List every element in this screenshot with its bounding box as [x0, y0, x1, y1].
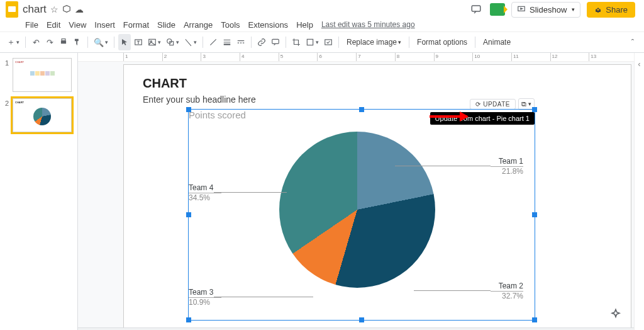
comments-icon[interactable] [469, 2, 484, 17]
svg-rect-1 [8, 6, 16, 12]
slide-subtitle[interactable]: Enter your sub headline here [143, 94, 612, 105]
label-team-1: Team 121.8% [491, 157, 523, 176]
image-tool[interactable]: ▾ [146, 34, 163, 50]
share-button[interactable]: Share [587, 2, 635, 18]
border-color-button[interactable] [207, 34, 219, 50]
slide-title[interactable]: CHART [143, 76, 612, 91]
select-tool[interactable] [118, 34, 131, 50]
title-bar: chart ☆ ☁ Slideshow ▾ Share [0, 0, 644, 18]
slide[interactable]: CHART Enter your sub headline here ⟳ UPD… [123, 64, 631, 330]
link-icon: ⧉ [521, 100, 526, 108]
refresh-icon: ⟳ [475, 101, 481, 108]
menu-arrange[interactable]: Arrange [184, 20, 213, 30]
chevron-down-icon: ▾ [572, 6, 575, 13]
pie-area: Team 121.8% Team 232.7% Team 310.9% Team… [189, 123, 535, 319]
shape-tool[interactable]: ▾ [164, 34, 181, 50]
menu-bar: File Edit View Insert Format Slide Arran… [0, 18, 644, 31]
border-dash-button[interactable] [235, 34, 247, 50]
move-icon[interactable] [62, 4, 71, 14]
canvas-area[interactable]: 123 456 789 101112 13 CHART Enter your s… [78, 53, 634, 330]
format-options-button[interactable]: Format options [413, 34, 471, 50]
slide-thumbnail-2[interactable]: CHART [13, 98, 72, 132]
explore-button[interactable] [606, 305, 625, 324]
print-button[interactable] [57, 34, 70, 50]
film-strip[interactable]: 1 CHART 2 CHART [0, 53, 78, 330]
side-rail-chevron-icon[interactable]: ‹ [638, 59, 640, 69]
annotation-arrow [430, 115, 467, 118]
menu-insert[interactable]: Insert [94, 20, 115, 30]
horizontal-ruler: 123 456 789 101112 13 [78, 53, 634, 62]
slideshow-button[interactable]: Slideshow ▾ [511, 2, 580, 18]
slides-logo-icon[interactable] [5, 3, 19, 16]
label-team-2: Team 232.7% [491, 282, 523, 301]
last-edit-text[interactable]: Last edit was 5 minutes ago [321, 20, 415, 29]
label-team-3: Team 310.9% [189, 288, 221, 307]
slide-thumbnail-1[interactable]: CHART [13, 58, 72, 92]
menu-file[interactable]: File [25, 20, 38, 30]
embedded-chart[interactable]: ⟳ UPDATE ⧉ ▾ Update from chart - Pie cha… [188, 109, 535, 321]
toolbar: ＋▾ ↶ ↷ 🔍▾ ▾ ▾ ＼▾ ▾ Replace image▾ Format… [0, 31, 644, 53]
star-icon[interactable]: ☆ [50, 4, 58, 14]
mask-button[interactable]: ▾ [304, 34, 321, 50]
paint-format-button[interactable] [71, 34, 84, 50]
zoom-button[interactable]: 🔍▾ [92, 34, 110, 50]
reset-image-button[interactable] [322, 34, 335, 50]
menu-view[interactable]: View [69, 20, 86, 30]
link-button[interactable] [255, 34, 268, 50]
document-title[interactable]: chart [23, 3, 47, 16]
svg-rect-5 [597, 9, 599, 11]
svg-rect-6 [61, 41, 66, 44]
label-team-4: Team 434.5% [189, 183, 221, 203]
svg-rect-2 [472, 6, 480, 11]
thumb-number-1: 1 [5, 58, 13, 67]
header-right-actions: Slideshow ▾ Share [469, 2, 635, 18]
menu-tools[interactable]: Tools [221, 20, 240, 30]
share-label: Share [606, 5, 628, 14]
title-icon-group: ☆ ☁ [50, 4, 84, 14]
menu-slide[interactable]: Slide [157, 20, 175, 30]
animate-button[interactable]: Animate [479, 34, 514, 50]
update-label: UPDATE [483, 101, 510, 108]
crop-button[interactable] [290, 34, 303, 50]
line-tool[interactable]: ＼▾ [182, 34, 199, 50]
update-chart-button[interactable]: ⟳ UPDATE [470, 99, 516, 110]
collapse-toolbar-button[interactable]: ˆ [626, 34, 639, 50]
slideshow-label: Slideshow [530, 5, 567, 14]
meet-icon[interactable] [490, 2, 505, 17]
new-slide-button[interactable]: ＋▾ [5, 34, 21, 50]
chevron-down-icon: ▾ [528, 101, 531, 107]
menu-format[interactable]: Format [123, 20, 149, 30]
replace-image-button[interactable]: Replace image▾ [343, 34, 405, 50]
svg-rect-15 [325, 40, 332, 45]
main-area: 1 CHART 2 CHART 123 456 789 101112 13 [0, 53, 644, 330]
speaker-notes-divider[interactable] [78, 327, 634, 330]
comment-button[interactable] [269, 34, 282, 50]
menu-edit[interactable]: Edit [47, 20, 60, 30]
pie-chart [279, 132, 435, 288]
side-rail: ‹ [634, 53, 644, 330]
undo-button[interactable]: ↶ [30, 34, 42, 50]
svg-rect-7 [62, 39, 65, 41]
redo-button[interactable]: ↷ [43, 34, 56, 50]
chart-controls: ⟳ UPDATE ⧉ ▾ [470, 97, 535, 111]
border-weight-button[interactable] [221, 34, 233, 50]
svg-rect-14 [307, 39, 313, 45]
cloud-icon[interactable]: ☁ [75, 4, 84, 14]
menu-help[interactable]: Help [296, 20, 313, 30]
thumb-number-2: 2 [5, 98, 13, 107]
svg-rect-13 [272, 39, 279, 43]
textbox-tool[interactable] [132, 34, 145, 50]
slide-container: CHART Enter your sub headline here ⟳ UPD… [123, 64, 631, 330]
menu-extensions[interactable]: Extensions [248, 20, 289, 30]
linked-options-button[interactable]: ⧉ ▾ [518, 98, 535, 110]
